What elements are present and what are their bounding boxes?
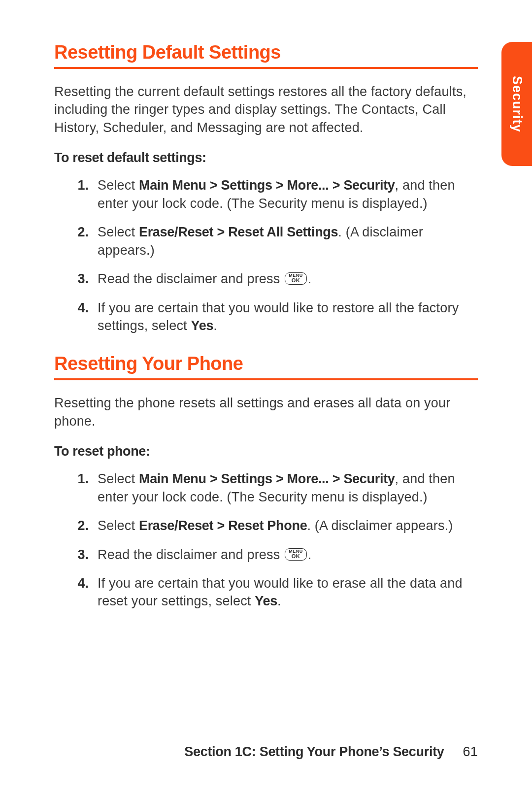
steps-list-1: Select Main Menu > Settings > More... > … bbox=[54, 176, 478, 334]
step-bold: Erase/Reset > Reset All Settings bbox=[139, 225, 338, 239]
side-tab-security: Security bbox=[501, 42, 532, 166]
step-bold: Main Menu > Settings > More... > Securit… bbox=[139, 471, 395, 486]
step-item: If you are certain that you would like t… bbox=[93, 299, 478, 335]
key-line2: OK bbox=[289, 554, 303, 559]
page-footer: Section 1C: Setting Your Phone’s Securit… bbox=[184, 744, 478, 760]
steps-list-2: Select Main Menu > Settings > More... > … bbox=[54, 470, 478, 610]
footer-page-number: 61 bbox=[463, 744, 478, 759]
step-text: Select bbox=[98, 225, 139, 239]
step-item: Read the disclaimer and press MENUOK. bbox=[93, 546, 478, 564]
step-text: . bbox=[213, 318, 217, 333]
step-bold: Yes bbox=[255, 594, 277, 608]
heading-resetting-your-phone: Resetting Your Phone bbox=[54, 353, 478, 380]
footer-section-title: Section 1C: Setting Your Phone’s Securit… bbox=[184, 744, 444, 759]
step-item: Select Main Menu > Settings > More... > … bbox=[93, 470, 478, 506]
menu-ok-key-icon: MENUOK bbox=[285, 548, 307, 561]
step-item: Select Erase/Reset > Reset All Settings.… bbox=[93, 223, 478, 259]
step-text: If you are certain that you would like t… bbox=[98, 300, 459, 333]
heading-resetting-default-settings: Resetting Default Settings bbox=[54, 42, 478, 69]
subhead-reset-phone: To reset phone: bbox=[54, 444, 478, 459]
step-text: . bbox=[277, 594, 281, 608]
step-text: Select bbox=[98, 471, 139, 486]
step-text: Select bbox=[98, 518, 139, 533]
step-text: . (A disclaimer appears.) bbox=[307, 518, 453, 533]
step-text: . bbox=[308, 547, 312, 562]
step-item: Read the disclaimer and press MENUOK. bbox=[93, 270, 478, 288]
step-item: If you are certain that you would like t… bbox=[93, 574, 478, 610]
step-text: Read the disclaimer and press bbox=[98, 547, 284, 562]
step-item: Select Erase/Reset > Reset Phone. (A dis… bbox=[93, 517, 478, 534]
intro-paragraph-1: Resetting the current default settings r… bbox=[54, 83, 478, 136]
step-bold: Yes bbox=[191, 318, 214, 333]
menu-ok-key-icon: MENUOK bbox=[285, 272, 307, 285]
key-line2: OK bbox=[289, 278, 303, 283]
step-text: . bbox=[308, 271, 312, 286]
step-text: Read the disclaimer and press bbox=[98, 271, 284, 286]
step-bold: Erase/Reset > Reset Phone bbox=[139, 518, 307, 533]
step-text: Select bbox=[98, 178, 139, 193]
step-item: Select Main Menu > Settings > More... > … bbox=[93, 176, 478, 212]
manual-page: Security Resetting Default Settings Rese… bbox=[0, 0, 532, 798]
subhead-reset-default: To reset default settings: bbox=[54, 150, 478, 166]
side-tab-label: Security bbox=[509, 76, 525, 133]
intro-paragraph-2: Resetting the phone resets all settings … bbox=[54, 394, 478, 430]
step-bold: Main Menu > Settings > More... > Securit… bbox=[139, 178, 395, 193]
